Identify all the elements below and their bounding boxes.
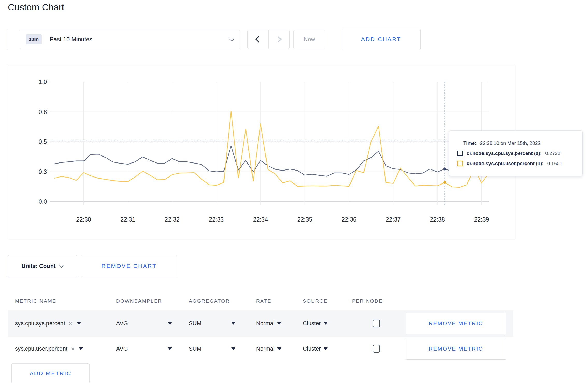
per-node-checkbox[interactable] (373, 320, 380, 327)
chevron-right-icon (275, 36, 281, 42)
caret-down-icon (231, 322, 235, 325)
metrics-table: METRIC NAME DOWNSAMPLER AGGREGATOR RATE … (8, 292, 513, 361)
metric-name-dropdown[interactable]: sys.cpu.user.percent × (8, 345, 109, 352)
tooltip-sys-label: cr.node.sys.cpu.sys.percent (0): (467, 151, 542, 156)
caret-down-icon (168, 322, 172, 325)
source-dropdown[interactable]: Cluster (303, 320, 328, 327)
chart-tooltip: Time: 22:38:10 on Mar 15th, 2022 cr.node… (449, 130, 583, 176)
caret-down-icon (324, 347, 328, 350)
add-chart-button[interactable]: ADD CHART (342, 29, 421, 50)
source-dropdown[interactable]: Cluster (303, 345, 328, 352)
units-label: Units: Count (22, 263, 56, 269)
aggregator-value: SUM (189, 345, 201, 352)
rate-dropdown[interactable]: Normal (256, 320, 281, 327)
remove-metric-button[interactable]: REMOVE METRIC (406, 313, 506, 334)
series-sys-legend-icon (457, 151, 463, 156)
next-time-button[interactable] (268, 30, 289, 49)
source-value: Cluster (303, 345, 321, 352)
time-nav-group (247, 30, 290, 49)
header-source: SOURCE (296, 298, 345, 304)
chart-canvas[interactable]: 0.00.30.50.81.022:3022:3122:3222:3322:34… (8, 65, 515, 239)
header-aggregator: AGGREGATOR (181, 298, 249, 304)
svg-text:22:36: 22:36 (341, 216, 356, 223)
per-node-checkbox[interactable] (373, 345, 380, 353)
time-range-select[interactable]: 10m Past 10 Minutes (19, 30, 240, 49)
chevron-down-icon (229, 36, 234, 41)
header-rate: RATE (249, 298, 296, 304)
chevron-down-icon (60, 263, 64, 268)
svg-text:0.0: 0.0 (39, 198, 47, 205)
aggregator-dropdown[interactable]: SUM (189, 320, 235, 327)
downsampler-value: AVG (116, 345, 128, 352)
caret-down-icon (324, 322, 328, 325)
tooltip-series-row: cr.node.sys.cpu.sys.percent (0): 0.2732 (457, 151, 576, 156)
svg-text:22:37: 22:37 (386, 216, 401, 223)
svg-text:1.0: 1.0 (39, 79, 47, 85)
svg-text:22:30: 22:30 (76, 216, 91, 223)
svg-text:22:31: 22:31 (120, 216, 135, 223)
caret-down-icon (231, 347, 235, 350)
header-downsampler: DOWNSAMPLER (109, 298, 181, 304)
tooltip-time-value: 22:38:10 on Mar 15th, 2022 (480, 140, 540, 146)
tooltip-user-value: 0.1601 (547, 161, 562, 166)
header-metric-name: METRIC NAME (8, 298, 109, 304)
caret-down-icon (277, 322, 281, 325)
source-value: Cluster (303, 320, 321, 327)
chevron-left-icon (255, 36, 262, 42)
metrics-table-header: METRIC NAME DOWNSAMPLER AGGREGATOR RATE … (8, 292, 513, 310)
chart-card: 0.00.30.50.81.022:3022:3122:3222:3322:34… (8, 65, 515, 239)
svg-text:22:32: 22:32 (165, 216, 180, 223)
aggregator-dropdown[interactable]: SUM (189, 345, 235, 352)
tooltip-sys-value: 0.2732 (545, 151, 560, 156)
downsampler-dropdown[interactable]: AVG (116, 320, 172, 327)
rate-value: Normal (256, 320, 275, 327)
svg-text:22:39: 22:39 (474, 216, 489, 223)
remove-metric-button[interactable]: REMOVE METRIC (406, 338, 506, 360)
svg-text:22:33: 22:33 (209, 216, 224, 223)
tooltip-user-label: cr.node.sys.cpu.user.percent (1): (467, 161, 544, 166)
metric-name-dropdown[interactable]: sys.cpu.sys.percent × (8, 320, 109, 327)
svg-text:0.8: 0.8 (39, 109, 47, 115)
metric-name-value: sys.cpu.sys.percent (15, 320, 65, 327)
svg-text:22:35: 22:35 (297, 216, 312, 223)
caret-down-icon (79, 347, 83, 350)
prev-time-button[interactable] (248, 30, 268, 49)
table-row: sys.cpu.user.percent × AVG SUM Normal Cl… (8, 337, 513, 361)
remove-metric-x-icon[interactable]: × (69, 320, 73, 327)
table-row: sys.cpu.sys.percent × AVG SUM Normal Clu… (8, 310, 513, 337)
remove-chart-button[interactable]: REMOVE CHART (81, 255, 177, 277)
toolbar-divider (8, 30, 8, 49)
time-range-label: Past 10 Minutes (50, 36, 92, 43)
downsampler-dropdown[interactable]: AVG (116, 345, 172, 352)
aggregator-value: SUM (189, 320, 201, 327)
header-per-node: PER NODE (345, 298, 399, 304)
toolbar: 10m Past 10 Minutes Now ADD CHART (8, 29, 421, 50)
series-user-legend-icon (457, 161, 463, 166)
tooltip-time-row: Time: 22:38:10 on Mar 15th, 2022 (457, 140, 576, 146)
caret-down-icon (277, 347, 281, 350)
tooltip-time-label: Time: (463, 140, 476, 146)
now-button[interactable]: Now (293, 30, 325, 49)
metric-name-value: sys.cpu.user.percent (15, 345, 67, 352)
caret-down-icon (168, 347, 172, 350)
rate-value: Normal (256, 345, 275, 352)
svg-text:22:38: 22:38 (430, 216, 445, 223)
svg-text:0.3: 0.3 (39, 168, 47, 175)
rate-dropdown[interactable]: Normal (256, 345, 281, 352)
svg-text:22:34: 22:34 (253, 216, 268, 223)
caret-down-icon (77, 322, 81, 325)
svg-text:0.5: 0.5 (39, 138, 47, 145)
downsampler-value: AVG (116, 320, 128, 327)
add-metric-button[interactable]: ADD METRIC (11, 363, 90, 383)
tooltip-series-row: cr.node.sys.cpu.user.percent (1): 0.1601 (457, 161, 576, 166)
time-range-badge: 10m (26, 34, 42, 44)
units-select[interactable]: Units: Count (8, 255, 77, 277)
remove-metric-x-icon[interactable]: × (71, 346, 75, 352)
page-title: Custom Chart (8, 2, 64, 12)
